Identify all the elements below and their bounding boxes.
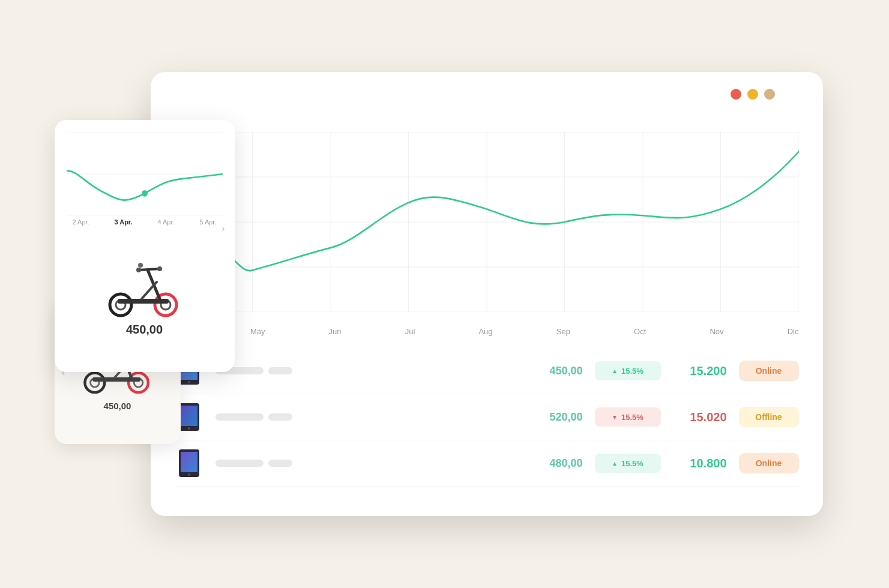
status-badge-2[interactable]: Offline [739,407,799,427]
chart-area: 20k [151,108,823,336]
sales-num-3: 10.800 [673,457,727,470]
overlay-product-price: 450,00 [126,323,163,337]
overlay-chart-section: 2 Apr. 3 Apr. 4 Apr. 5 Apr. › [55,120,235,240]
placeholder-bar [215,413,264,421]
overlay-chart-svg [67,132,223,216]
placeholder-bar [268,460,292,467]
main-card: 20k [151,72,823,516]
trend-pct-3: 15.5% [621,459,643,468]
overlay-x-label: 4 Apr. [157,218,174,226]
trend-arrow-up: ▲ [612,368,618,374]
svg-point-29 [110,294,131,316]
sales-num-1: 15.200 [673,364,727,378]
status-badge-1[interactable]: Online [739,361,799,381]
main-chart-svg [175,132,799,312]
sales-num-2: 15.020 [673,410,727,424]
price-1: 450,00 [529,365,583,377]
trend-pct-2: 15.5% [621,413,643,422]
table-row: 450,00 ▲ 15.5% 15.200 Online [175,348,799,394]
trend-badge-2: ▼ 15.5% [595,407,661,427]
placeholder-bar [268,367,292,374]
svg-line-38 [142,282,157,299]
table-area: 450,00 ▲ 15.5% 15.200 Online [151,348,823,487]
scooter-image [106,252,184,318]
dot-red[interactable] [731,89,741,100]
window-controls [731,89,775,100]
placeholder-bar [268,413,292,421]
svg-rect-44 [92,377,140,381]
svg-point-39 [138,263,143,268]
trend-arrow-up: ▲ [612,460,618,467]
chart-x-label-may: May [250,327,265,336]
svg-rect-20 [181,406,197,426]
overlay-x-label: 5 Apr. [199,218,216,226]
overlay-x-label-active: 3 Apr. [114,218,132,226]
chart-x-label-oct: Oct [634,327,646,336]
scene: 20k [55,36,835,552]
svg-point-18 [188,381,190,383]
chart-x-label-aug: Aug [478,327,492,336]
chart-x-label-jun: Jun [329,327,342,336]
svg-rect-33 [118,299,169,304]
chart-x-label-jul: Jul [405,327,415,336]
bottom-card-price: 450,00 [104,401,131,411]
trend-arrow-down: ▼ [612,414,618,421]
chart-x-labels: Apr May Jun Jul Aug Sep Oct Nov Dic [175,327,799,336]
product-name-2 [215,413,517,421]
product-thumb-3 [175,449,203,478]
table-row: 480,00 ▲ 15.5% 10.800 Online [175,440,799,487]
overlay-card: 2 Apr. 3 Apr. 4 Apr. 5 Apr. › [55,120,235,372]
svg-point-21 [188,427,190,430]
product-name-1 [215,367,517,374]
chart-x-label-sep: Sep [556,327,570,336]
placeholder-bar [215,460,264,467]
svg-point-36 [136,268,141,272]
overlay-product-section: 450,00 [55,240,235,349]
svg-rect-23 [181,452,197,472]
overlay-x-label: 2 Apr. [73,218,89,226]
tablet-icon-3 [176,448,202,478]
svg-point-24 [188,473,190,476]
overlay-x-labels: 2 Apr. 3 Apr. 4 Apr. 5 Apr. [67,218,223,226]
chart-x-label-dic: Dic [788,327,799,336]
trend-badge-3: ▲ 15.5% [595,454,661,473]
svg-line-35 [139,269,160,270]
dot-yellow[interactable] [747,89,758,100]
price-3: 480,00 [529,457,583,470]
trend-badge-1: ▲ 15.5% [595,361,661,380]
svg-point-28 [142,190,148,197]
dot-green[interactable] [764,89,775,100]
table-row: 520,00 ▼ 15.5% 15.020 Offline [175,394,799,440]
chart-x-label-nov: Nov [710,327,723,336]
svg-point-40 [85,373,104,392]
svg-point-37 [157,266,162,271]
overlay-nav-arrow[interactable]: › [221,223,225,234]
product-name-3 [215,460,517,467]
status-badge-3[interactable]: Online [739,453,799,473]
price-2: 520,00 [529,411,583,424]
trend-pct-1: 15.5% [621,367,643,376]
